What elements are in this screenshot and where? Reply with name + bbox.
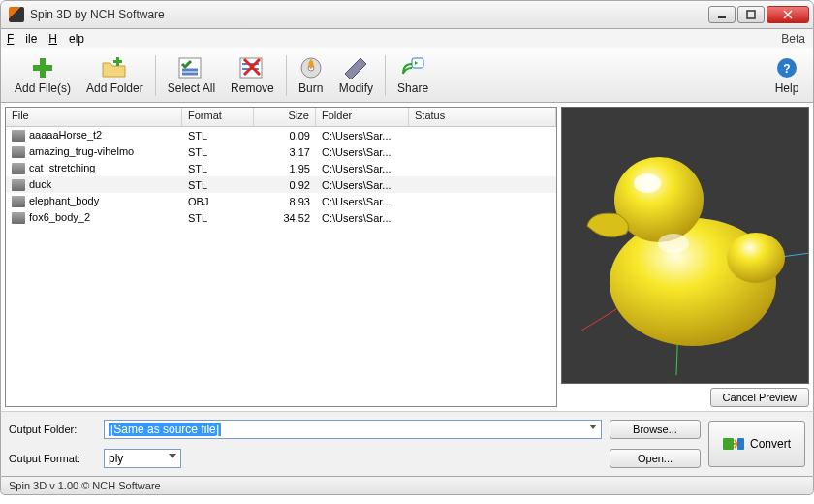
file-icon <box>12 146 25 158</box>
menu-help[interactable]: Help <box>48 32 84 46</box>
output-format-combo[interactable]: ply <box>104 449 181 468</box>
svg-rect-5 <box>33 65 52 71</box>
chevron-down-icon <box>169 454 176 458</box>
remove-icon <box>239 55 265 80</box>
table-row[interactable]: cat_stretchingSTL1.95C:\Users\Sar... <box>6 160 556 176</box>
output-folder-combo[interactable]: [Same as source file] <box>104 420 602 439</box>
add-folder-button[interactable]: Add Folder <box>78 53 151 97</box>
burn-icon <box>298 55 324 80</box>
svg-text:?: ? <box>783 62 790 76</box>
close-button[interactable] <box>767 6 809 23</box>
svg-point-28 <box>658 234 689 253</box>
menu-file[interactable]: File <box>7 32 37 46</box>
menu-bar: File Help Beta <box>0 29 814 48</box>
table-row[interactable]: aaaaaHorse_t2STL0.09C:\Users\Sar... <box>6 127 556 143</box>
select-all-button[interactable]: Select All <box>160 53 223 97</box>
toolbar: Add File(s) Add Folder Select All Remove… <box>0 48 814 103</box>
col-folder[interactable]: Folder <box>316 108 409 126</box>
folder-plus-icon <box>102 55 127 80</box>
maximize-button[interactable] <box>737 6 765 23</box>
toolbar-separator <box>155 55 156 96</box>
cancel-preview-button[interactable]: Cancel Preview <box>710 388 809 407</box>
share-icon <box>400 55 425 80</box>
svg-rect-29 <box>723 438 734 450</box>
toolbar-separator <box>286 55 287 96</box>
file-icon <box>12 196 25 207</box>
svg-point-25 <box>727 233 785 283</box>
col-file[interactable]: File <box>6 108 182 126</box>
status-bar: Spin 3D v 1.00 © NCH Software <box>0 476 814 495</box>
title-bar: Spin 3D by NCH Software <box>0 0 814 29</box>
share-button[interactable]: Share <box>390 53 436 97</box>
beta-label: Beta <box>781 32 805 46</box>
convert-icon <box>723 434 744 454</box>
app-icon <box>9 7 24 22</box>
col-format[interactable]: Format <box>182 108 254 126</box>
preview-3d[interactable] <box>561 107 809 384</box>
convert-button[interactable]: Convert <box>708 421 805 467</box>
file-list[interactable]: File Format Size Folder Status aaaaaHors… <box>5 107 557 407</box>
table-row[interactable]: amazing_trug-vihelmoSTL3.17C:\Users\Sar.… <box>6 143 556 160</box>
help-icon: ? <box>774 55 799 80</box>
file-icon <box>12 130 25 142</box>
col-size[interactable]: Size <box>254 108 316 126</box>
open-button[interactable]: Open... <box>610 449 701 468</box>
minimize-button[interactable] <box>708 6 736 23</box>
help-button[interactable]: ? Help <box>767 53 807 97</box>
checklist-icon <box>178 55 204 80</box>
chevron-down-icon <box>589 425 597 429</box>
window-title: Spin 3D by NCH Software <box>30 8 706 21</box>
toolbar-separator <box>385 55 386 96</box>
modify-button[interactable]: Modify <box>331 53 381 97</box>
svg-rect-30 <box>737 438 744 450</box>
output-folder-label: Output Folder: <box>9 424 96 435</box>
output-format-label: Output Format: <box>9 453 96 464</box>
col-status[interactable]: Status <box>409 108 556 126</box>
add-files-button[interactable]: Add File(s) <box>7 53 78 97</box>
browse-button[interactable]: Browse... <box>610 420 701 439</box>
file-icon <box>12 212 25 224</box>
modify-icon <box>343 55 368 80</box>
svg-point-27 <box>634 173 661 193</box>
table-row[interactable]: duckSTL0.92C:\Users\Sar... <box>6 176 556 193</box>
table-row[interactable]: fox6_body_2STL34.52C:\Users\Sar... <box>6 209 556 226</box>
output-panel: Output Folder: [Same as source file] Bro… <box>0 411 814 476</box>
file-icon <box>12 179 25 191</box>
file-icon <box>12 163 25 174</box>
svg-rect-7 <box>113 60 122 63</box>
remove-button[interactable]: Remove <box>223 53 282 97</box>
plus-icon <box>30 55 55 80</box>
svg-rect-1 <box>747 11 755 18</box>
burn-button[interactable]: Burn <box>291 53 331 97</box>
table-row[interactable]: elephant_bodyOBJ8.93C:\Users\Sar... <box>6 193 556 209</box>
column-headers: File Format Size Folder Status <box>6 108 556 127</box>
